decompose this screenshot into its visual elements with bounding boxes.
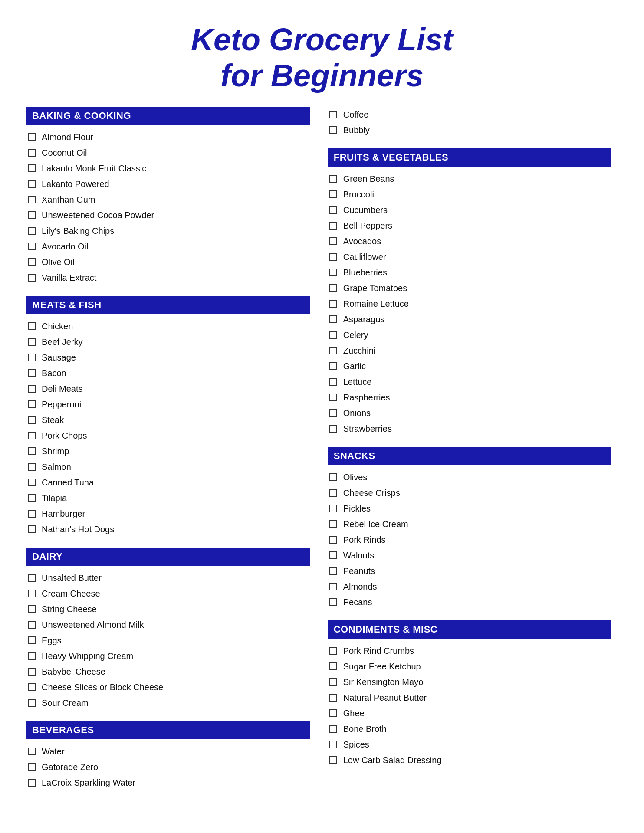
list-item[interactable]: Steak <box>28 412 309 428</box>
checkbox[interactable] <box>28 621 36 629</box>
checkbox[interactable] <box>329 551 337 559</box>
checkbox[interactable] <box>28 636 36 644</box>
list-item[interactable]: Natural Peanut Butter <box>329 690 610 705</box>
checkbox[interactable] <box>28 180 36 188</box>
checkbox[interactable] <box>329 284 337 292</box>
list-item[interactable]: Nathan's Hot Dogs <box>28 521 309 537</box>
checkbox[interactable] <box>28 416 36 424</box>
list-item[interactable]: Vanilla Extract <box>28 270 309 285</box>
checkbox[interactable] <box>329 222 337 230</box>
list-item[interactable]: LaCroix Sparkling Water <box>28 775 309 790</box>
checkbox[interactable] <box>329 583 337 590</box>
checkbox[interactable] <box>28 494 36 502</box>
list-item[interactable]: Onions <box>329 405 610 421</box>
list-item[interactable]: Green Beans <box>329 171 610 187</box>
list-item[interactable]: Deli Meats <box>28 381 309 397</box>
checkbox[interactable] <box>28 400 36 408</box>
checkbox[interactable] <box>28 274 36 282</box>
checkbox[interactable] <box>329 362 337 370</box>
list-item[interactable]: Rebel Ice Cream <box>329 516 610 532</box>
checkbox[interactable] <box>329 505 337 512</box>
checkbox[interactable] <box>329 190 337 198</box>
list-item[interactable]: Ghee <box>329 705 610 721</box>
list-item[interactable]: Lily's Baking Chips <box>28 223 309 239</box>
checkbox[interactable] <box>329 378 337 386</box>
checkbox[interactable] <box>329 315 337 323</box>
list-item[interactable]: Cucumbers <box>329 202 610 218</box>
list-item[interactable]: Sour Cream <box>28 695 309 711</box>
checkbox[interactable] <box>28 338 36 346</box>
checkbox[interactable] <box>28 574 36 582</box>
list-item[interactable]: Almond Flour <box>28 129 309 145</box>
list-item[interactable]: Pork Chops <box>28 428 309 443</box>
checkbox[interactable] <box>329 409 337 417</box>
list-item[interactable]: Unsalted Butter <box>28 570 309 586</box>
list-item[interactable]: Olives <box>329 469 610 485</box>
checkbox[interactable] <box>28 763 36 771</box>
list-item[interactable]: Cheese Slices or Block Cheese <box>28 679 309 695</box>
checkbox[interactable] <box>28 590 36 597</box>
checkbox[interactable] <box>28 668 36 676</box>
checkbox[interactable] <box>329 756 337 764</box>
list-item[interactable]: Heavy Whipping Cream <box>28 648 309 664</box>
list-item[interactable]: Spices <box>329 737 610 752</box>
list-item[interactable]: Beef Jerky <box>28 334 309 350</box>
list-item[interactable]: Sausage <box>28 350 309 365</box>
checkbox[interactable] <box>329 126 337 134</box>
checkbox[interactable] <box>28 196 36 203</box>
list-item[interactable]: Low Carb Salad Dressing <box>329 752 610 768</box>
list-item[interactable]: Bone Broth <box>329 721 610 737</box>
checkbox[interactable] <box>28 354 36 361</box>
list-item[interactable]: Hamburger <box>28 506 309 521</box>
checkbox[interactable] <box>329 647 337 655</box>
list-item[interactable]: Unsweetened Almond Milk <box>28 617 309 633</box>
list-item[interactable]: Pork Rind Crumbs <box>329 643 610 659</box>
checkbox[interactable] <box>329 694 337 702</box>
list-item[interactable]: Asparagus <box>329 312 610 327</box>
checkbox[interactable] <box>28 369 36 377</box>
checkbox[interactable] <box>329 253 337 261</box>
checkbox[interactable] <box>329 206 337 214</box>
list-item[interactable]: Grape Tomatoes <box>329 280 610 296</box>
checkbox[interactable] <box>329 394 337 401</box>
list-item[interactable]: Pork Rinds <box>329 532 610 548</box>
list-item[interactable]: Zucchini <box>329 343 610 358</box>
checkbox[interactable] <box>28 748 36 755</box>
list-item[interactable]: String Cheese <box>28 601 309 617</box>
checkbox[interactable] <box>329 175 337 183</box>
checkbox[interactable] <box>28 652 36 660</box>
list-item[interactable]: Garlic <box>329 358 610 374</box>
list-item[interactable]: Pickles <box>329 501 610 516</box>
list-item[interactable]: Water <box>28 744 309 759</box>
list-item[interactable]: Xanthan Gum <box>28 192 309 207</box>
checkbox[interactable] <box>28 133 36 141</box>
list-item[interactable]: Lakanto Powered <box>28 176 309 192</box>
checkbox[interactable] <box>329 536 337 544</box>
list-item[interactable]: Cream Cheese <box>28 586 309 601</box>
checkbox[interactable] <box>28 243 36 250</box>
checkbox[interactable] <box>329 725 337 733</box>
checkbox[interactable] <box>28 258 36 266</box>
list-item[interactable]: Raspberries <box>329 390 610 405</box>
list-item[interactable]: Babybel Cheese <box>28 664 309 679</box>
checkbox[interactable] <box>28 510 36 518</box>
list-item[interactable]: Peanuts <box>329 563 610 579</box>
list-item[interactable]: Avocados <box>329 233 610 249</box>
list-item[interactable]: Shrimp <box>28 443 309 459</box>
checkbox[interactable] <box>329 678 337 686</box>
checkbox[interactable] <box>28 211 36 219</box>
checkbox[interactable] <box>329 237 337 245</box>
checkbox[interactable] <box>329 269 337 276</box>
checkbox[interactable] <box>329 425 337 433</box>
checkbox[interactable] <box>329 567 337 575</box>
checkbox[interactable] <box>28 322 36 330</box>
list-item[interactable]: Cheese Crisps <box>329 485 610 501</box>
list-item[interactable]: Unsweetened Cocoa Powder <box>28 207 309 223</box>
checkbox[interactable] <box>28 699 36 707</box>
list-item[interactable]: Pepperoni <box>28 397 309 412</box>
checkbox[interactable] <box>329 709 337 717</box>
checkbox[interactable] <box>329 598 337 606</box>
checkbox[interactable] <box>329 662 337 670</box>
list-item[interactable]: Avocado Oil <box>28 239 309 254</box>
checkbox[interactable] <box>28 164 36 172</box>
